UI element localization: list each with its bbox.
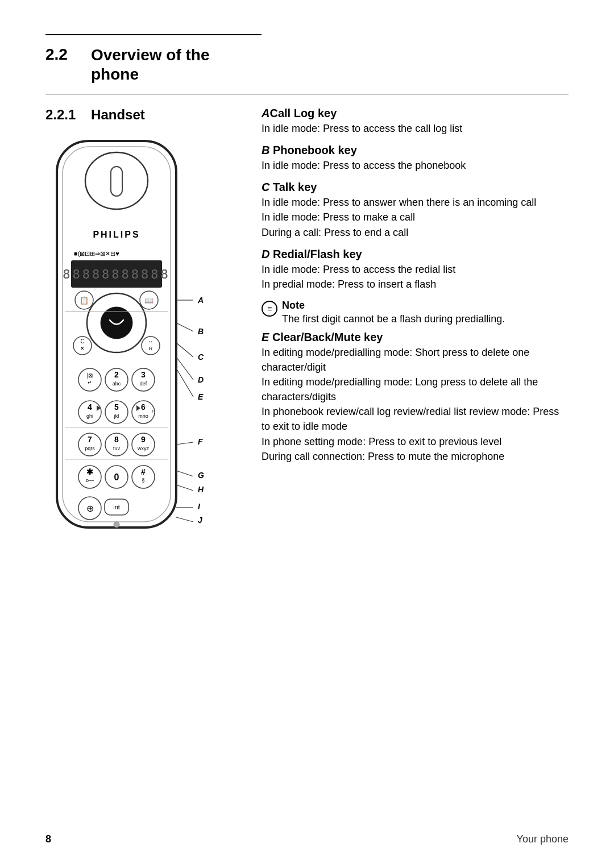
svg-text:wxyz: wxyz — [137, 446, 149, 451]
key-d-name: Redial/Flash key — [273, 248, 362, 260]
key-entry-e: E Clear/Back/Mute key In editing mode/pr… — [262, 331, 569, 464]
svg-text:4: 4 — [88, 402, 92, 412]
section-heading: 2.2 Overview of thephone — [45, 34, 262, 84]
svg-line-70 — [176, 442, 193, 445]
svg-text:5: 5 — [114, 402, 119, 412]
key-c-label: C Talk key — [262, 181, 569, 194]
footer-label: Your phone — [517, 833, 569, 845]
svg-text:int: int — [113, 504, 120, 510]
key-d-desc-1: In predial mode: Press to insert a flash — [262, 277, 569, 292]
svg-text:3: 3 — [141, 370, 146, 379]
key-a-label: ACall Log key — [262, 107, 569, 120]
note-icon: ≡ — [262, 301, 277, 317]
svg-text:C: C — [198, 352, 204, 362]
key-c-desc-1: In idle mode: Press to make a call — [262, 210, 569, 225]
svg-text:abc: abc — [113, 381, 121, 387]
subsection-title: Handset — [91, 107, 145, 122]
svg-text:H: H — [198, 485, 204, 494]
section-title: Overview of thephone — [91, 45, 210, 84]
svg-point-62 — [114, 522, 119, 528]
key-entry-a: ACall Log key In idle mode: Press to acc… — [262, 107, 569, 136]
section-divider — [45, 94, 569, 94]
key-c-desc-0: In idle mode: Press to answer when there… — [262, 195, 569, 210]
svg-text:G: G — [198, 471, 204, 480]
section-number: 2.2 — [45, 45, 91, 64]
right-column: ACall Log key In idle mode: Press to acc… — [262, 107, 569, 472]
svg-text:E: E — [198, 392, 204, 401]
svg-text:R: R — [149, 346, 153, 351]
svg-text:ghi: ghi — [86, 413, 93, 419]
key-e-desc-0: In editing mode/predialling mode: Short … — [262, 345, 569, 375]
key-a-letter: A — [262, 107, 269, 119]
svg-text:#: # — [141, 467, 146, 476]
svg-text:8: 8 — [114, 435, 119, 444]
key-b-label: B Phonebook key — [262, 144, 569, 157]
svg-line-68 — [176, 357, 193, 380]
svg-text:■(⊠⊡⊞⇒⊠✕⊟♥: ■(⊠⊡⊞⇒⊠✕⊟♥ — [74, 250, 119, 257]
svg-line-66 — [176, 323, 193, 331]
subsection-heading: 2.2.1 Handset — [45, 107, 239, 123]
svg-line-69 — [176, 368, 193, 397]
svg-text:§: § — [142, 477, 144, 483]
svg-text:A: A — [197, 296, 204, 305]
svg-text:88888888888: 88888888888 — [63, 267, 171, 281]
svg-text:D: D — [198, 375, 204, 384]
svg-text:✕: ✕ — [80, 346, 85, 351]
svg-text:📋: 📋 — [80, 296, 89, 305]
page-container: 2.2 Overview of thephone 2.2.1 Handset — [0, 0, 614, 868]
svg-text:F: F — [198, 437, 203, 446]
svg-text:B: B — [198, 327, 204, 336]
note-box: ≡ Note The first digit cannot be a flash… — [262, 300, 569, 326]
key-c-letter: C — [262, 181, 273, 193]
svg-text:pqrs: pqrs — [85, 446, 95, 451]
svg-line-74 — [176, 517, 193, 522]
key-e-desc-4: During call connection: Press to mute th… — [262, 449, 569, 464]
key-a-name: Call Log key — [269, 107, 337, 119]
svg-text:2: 2 — [114, 370, 119, 379]
page-footer: 8 Your phone — [45, 833, 569, 845]
key-entry-c: C Talk key In idle mode: Press to answer… — [262, 181, 569, 239]
svg-text:6: 6 — [141, 402, 146, 412]
svg-line-71 — [176, 471, 193, 476]
key-entry-d: D Redial/Flash key In idle mode: Press t… — [262, 248, 569, 292]
svg-text:o—: o— — [86, 477, 94, 483]
phone-diagram: PHILIPS ■(⊠⊡⊞⇒⊠✕⊟♥ 88888888888 888888888… — [45, 135, 227, 547]
key-b-desc-0: In idle mode: Press to access the phoneb… — [262, 158, 569, 173]
svg-text:0: 0 — [114, 472, 119, 482]
svg-text:I: I — [198, 502, 201, 511]
key-a-desc-0: In idle mode: Press to access the call l… — [262, 121, 569, 136]
key-e-name: Clear/Back/Mute key — [272, 331, 383, 343]
key-d-desc-0: In idle mode: Press to access the redial… — [262, 262, 569, 277]
subsection-number: 2.2.1 — [45, 107, 76, 122]
svg-line-72 — [176, 485, 193, 491]
key-e-desc-1: In editing mode/predialling mode: Long p… — [262, 375, 569, 404]
key-d-letter: D — [262, 248, 273, 260]
key-e-desc-2: In phonebook review/call log review/redi… — [262, 404, 569, 434]
key-c-desc-2: During a call: Press to end a call — [262, 225, 569, 240]
svg-text:|⊠: |⊠ — [87, 372, 93, 379]
key-e-label: E Clear/Back/Mute key — [262, 331, 569, 344]
note-content: The first digit cannot be a flash during… — [282, 313, 505, 325]
svg-text:9: 9 — [141, 435, 146, 444]
svg-text:J: J — [198, 516, 203, 525]
svg-text:def: def — [140, 381, 147, 387]
handset-svg: PHILIPS ■(⊠⊡⊞⇒⊠✕⊟♥ 88888888888 888888888… — [45, 135, 205, 545]
svg-text:📖: 📖 — [144, 296, 154, 305]
main-layout: 2.2.1 Handset PHILIPS — [45, 107, 569, 547]
svg-line-67 — [176, 343, 193, 357]
svg-text:7: 7 — [88, 435, 92, 444]
key-d-label: D Redial/Flash key — [262, 248, 569, 261]
svg-text:mno: mno — [138, 413, 148, 419]
svg-text:tuv: tuv — [113, 446, 121, 451]
left-column: 2.2.1 Handset PHILIPS — [45, 107, 239, 547]
key-c-name: Talk key — [273, 181, 317, 193]
key-b-letter: B — [262, 144, 273, 156]
note-label: Note — [282, 300, 305, 311]
page-number: 8 — [45, 833, 51, 845]
svg-text:✱: ✱ — [86, 467, 93, 476]
svg-text:jkl: jkl — [114, 413, 119, 419]
svg-text:C: C — [80, 338, 84, 344]
svg-text:↔: ↔ — [148, 338, 154, 344]
svg-text:⊕: ⊕ — [86, 504, 94, 513]
key-e-letter: E — [262, 331, 272, 343]
